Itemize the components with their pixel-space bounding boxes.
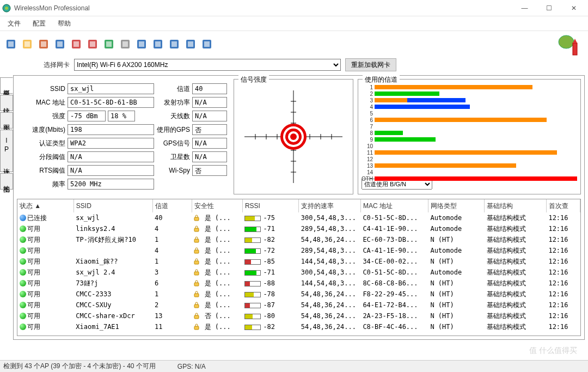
adapter-row: 选择网卡 Intel(R) Wi-Fi 6 AX200 160MHz 重新加载网… bbox=[0, 57, 588, 73]
status-gps: GPS: N/A bbox=[177, 363, 206, 370]
globe2-icon[interactable] bbox=[183, 36, 198, 52]
table-row[interactable]: 可用Xiaomi_7AE111 是 (...-8254,48,36,24...C… bbox=[17, 321, 580, 332]
svg-rect-27 bbox=[204, 41, 210, 47]
folder-icon[interactable] bbox=[20, 36, 35, 52]
svg-rect-17 bbox=[122, 41, 128, 47]
col-channel[interactable]: 信道 bbox=[152, 199, 192, 212]
status-dot-icon bbox=[20, 302, 26, 308]
lock-icon bbox=[194, 269, 199, 276]
channel-label: 6 bbox=[362, 117, 375, 123]
channel-label: 12 bbox=[362, 156, 375, 162]
stats-icon[interactable] bbox=[69, 36, 84, 52]
help-icon[interactable] bbox=[199, 36, 215, 52]
channel-label: OTH bbox=[362, 176, 375, 182]
channel-label: 14 bbox=[362, 169, 375, 175]
table-row[interactable]: 可用sx_wjl 2.43 是 (...-71300,54,48,3...C0-… bbox=[17, 267, 580, 278]
reload-adapter-button[interactable]: 重新加载网卡 bbox=[345, 58, 396, 71]
strength-dbm: -75 dBm bbox=[68, 111, 106, 121]
col-first-seen[interactable]: 首次查 bbox=[546, 199, 580, 212]
app-icon bbox=[2, 4, 11, 13]
tx-label: 发射功率 bbox=[156, 98, 190, 107]
side-tabs: 概要 统计 图形 IP 连接 地图 bbox=[0, 75, 13, 340]
svg-rect-51 bbox=[194, 228, 199, 231]
networks-grid[interactable]: 状态 ▲ SSID 信道 安全性 RSSI 支持的速率 MAC 地址 网络类型 … bbox=[17, 199, 581, 336]
col-security[interactable]: 安全性 bbox=[192, 199, 242, 212]
table-row[interactable]: 可用CMCC-share-xDcr13 否 (...-8054,48,36,24… bbox=[17, 310, 580, 321]
gps-sig-value: N/A bbox=[192, 138, 227, 149]
status-dot-icon bbox=[20, 291, 26, 297]
svg-rect-5 bbox=[24, 41, 30, 47]
channel-label: 4 bbox=[362, 104, 375, 110]
col-ssid[interactable]: SSID bbox=[74, 199, 152, 212]
menu-file[interactable]: 文件 bbox=[2, 17, 26, 31]
refresh-icon[interactable] bbox=[167, 36, 182, 52]
table-row[interactable]: 可用CMCC-SXUy2 是 (...-8754,48,36,24...64-E… bbox=[17, 300, 580, 310]
rssi-bar-icon bbox=[244, 325, 261, 330]
col-status[interactable]: 状态 ▲ bbox=[17, 199, 74, 212]
tab-graph[interactable]: 图形 bbox=[0, 112, 13, 129]
table-row[interactable]: 可用TP-涓€妤煎え娴?101 是 (...-8254,48,36,24...E… bbox=[17, 234, 580, 245]
print-icon[interactable] bbox=[118, 36, 133, 52]
channel-label: 2 bbox=[362, 91, 375, 97]
channel-bar bbox=[375, 98, 407, 102]
status-dot-icon bbox=[20, 313, 26, 319]
col-rssi[interactable]: RSSI bbox=[242, 199, 298, 212]
menu-config[interactable]: 配置 bbox=[27, 17, 51, 31]
col-infra[interactable]: 基础结构 bbox=[485, 199, 547, 212]
lock-icon bbox=[194, 258, 199, 265]
lock-icon bbox=[194, 280, 199, 286]
channel-label: 8 bbox=[362, 130, 375, 136]
freq-label: 频率 bbox=[19, 180, 65, 189]
channel-row: 2 bbox=[362, 90, 577, 97]
table-row[interactable]: 可用linksys2.44 是 (...-71289,54,48,3...C4-… bbox=[17, 223, 580, 234]
channel-label: 9 bbox=[362, 137, 375, 143]
svg-rect-23 bbox=[171, 41, 177, 47]
channel-row: 10 bbox=[362, 143, 577, 149]
svg-rect-11 bbox=[74, 41, 79, 47]
titlebar: WirelessMon Professional — ☐ ✕ bbox=[0, 0, 588, 16]
rts-label: RTS阈值 bbox=[19, 166, 65, 175]
strength-pct: 18 % bbox=[108, 111, 135, 121]
freq-value: 5200 MHz bbox=[68, 179, 154, 190]
log-icon[interactable] bbox=[134, 36, 149, 52]
export-icon[interactable] bbox=[101, 36, 117, 52]
wispy-label: Wi-Spy bbox=[156, 167, 190, 174]
table-row[interactable]: 已连接sx_wjl40 是 (...-75300,54,48,3...C0-51… bbox=[17, 212, 580, 223]
rssi-bar-icon bbox=[244, 292, 261, 297]
close-button[interactable]: ✕ bbox=[561, 1, 586, 16]
tab-ip[interactable]: IP 连接 bbox=[0, 130, 13, 172]
table-row[interactable]: 可用4 是 (...-72289,54,48,3...CA-41-1E-90..… bbox=[17, 245, 580, 256]
ssid-label: SSID bbox=[19, 85, 65, 93]
channel-bar bbox=[375, 131, 403, 135]
clipboard-icon[interactable] bbox=[150, 36, 166, 52]
globe-icon[interactable] bbox=[52, 36, 68, 52]
channel-label: 7 bbox=[362, 124, 375, 130]
tab-stats[interactable]: 统计 bbox=[0, 95, 13, 111]
adapter-select[interactable]: Intel(R) Wi-Fi 6 AX200 160MHz bbox=[74, 59, 341, 71]
rssi-bar-icon bbox=[244, 270, 261, 276]
status-dot-icon bbox=[20, 280, 26, 286]
col-ntype[interactable]: 网络类型 bbox=[428, 199, 484, 212]
tab-summary[interactable]: 概要 bbox=[0, 77, 13, 94]
mac-value: C0-51-5C-8D-61-BB bbox=[68, 97, 154, 108]
antenna-value: N/A bbox=[192, 111, 227, 121]
svg-rect-25 bbox=[188, 41, 193, 47]
table-row[interactable]: 可用73鐩?j6 是 (...-88144,54,48,3...8C-68-C8… bbox=[17, 278, 580, 289]
col-mac[interactable]: MAC 地址 bbox=[360, 199, 428, 212]
save-icon[interactable] bbox=[3, 36, 19, 52]
table-row[interactable]: 可用CMCC-23331 是 (...-7854,48,36,24...F8-2… bbox=[17, 289, 580, 300]
table-row[interactable]: 可用Xiaomi_鎵??1 是 (...-85144,54,48,3...34-… bbox=[17, 256, 580, 267]
channel-label: 5 bbox=[362, 111, 375, 117]
target-icon[interactable] bbox=[36, 36, 51, 52]
maximize-button[interactable]: ☐ bbox=[537, 1, 561, 16]
svg-rect-19 bbox=[139, 41, 144, 47]
channel-row: 13 bbox=[362, 162, 577, 169]
svg-rect-55 bbox=[194, 272, 199, 275]
menu-help[interactable]: 帮助 bbox=[52, 17, 76, 31]
col-rates[interactable]: 支持的速率 bbox=[299, 199, 361, 212]
rssi-bar-icon bbox=[244, 314, 261, 319]
sat-label: 卫星数 bbox=[156, 153, 190, 162]
tab-map[interactable]: 地图 bbox=[0, 173, 13, 190]
minimize-button[interactable]: — bbox=[512, 1, 537, 16]
graph-icon[interactable] bbox=[85, 36, 100, 52]
